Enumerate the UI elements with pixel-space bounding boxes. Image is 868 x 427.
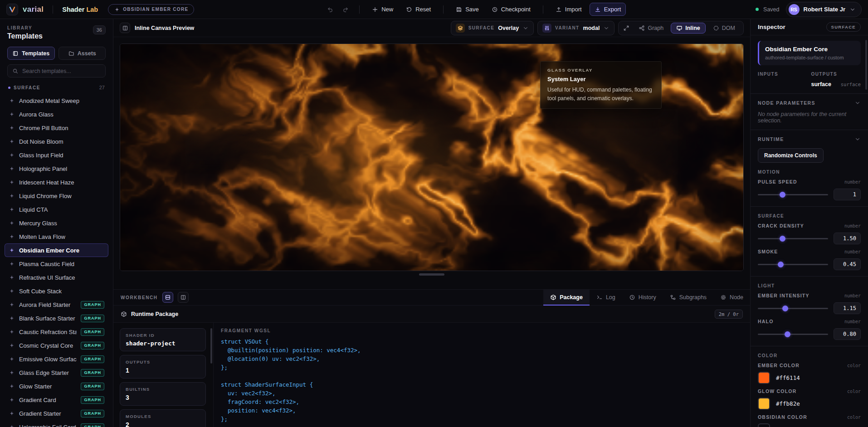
template-item[interactable]: Aurora Field StarterGRAPH	[5, 298, 108, 311]
inspector-scrollbar[interactable]	[865, 40, 867, 90]
sparkle-icon	[9, 369, 15, 376]
workbench-tab-node[interactable]: Node	[713, 290, 750, 305]
value-input[interactable]: 0.80	[834, 328, 861, 340]
slider[interactable]	[758, 261, 828, 267]
slider[interactable]	[758, 305, 828, 311]
group-name: MOTION	[758, 170, 861, 175]
template-item[interactable]: Iridescent Heat Haze	[5, 175, 108, 189]
slider-thumb[interactable]	[782, 306, 788, 311]
template-item[interactable]: Caustic Refraction Sta...GRAPH	[5, 325, 108, 339]
template-item[interactable]: Soft Cube Stack	[5, 284, 108, 298]
color-swatch[interactable]	[758, 372, 770, 384]
template-item[interactable]: Plasma Caustic Field	[5, 257, 108, 271]
value-input[interactable]: 1.15	[834, 302, 861, 314]
graph-badge: GRAPH	[81, 383, 104, 390]
runtime-section[interactable]: RUNTIME	[758, 136, 861, 142]
view-mode-graph[interactable]: Graph	[633, 23, 669, 34]
reset-button[interactable]: Reset	[401, 3, 436, 16]
stat-card: BUILTINS3	[120, 382, 206, 406]
slider[interactable]	[758, 235, 828, 242]
graph-badge: GRAPH	[81, 315, 104, 322]
template-item[interactable]: Liquid Chrome Flow	[5, 189, 108, 203]
template-item[interactable]: Glass Input Field	[5, 148, 108, 162]
template-item[interactable]: Aurora Glass	[5, 107, 108, 121]
template-item[interactable]: Cosmic Crystal CoreGRAPH	[5, 339, 108, 352]
view-mode-dom[interactable]: DOM	[707, 23, 741, 34]
save-button[interactable]: Save	[451, 3, 484, 16]
clock-icon	[629, 294, 635, 301]
library-tab-templates[interactable]: Templates	[7, 47, 55, 60]
user-menu[interactable]: RS Robert Slate Jr	[786, 2, 862, 17]
sparkle-icon	[9, 342, 15, 349]
import-icon	[556, 6, 562, 13]
drag-handle[interactable]	[419, 273, 444, 276]
glass-overlay-tooltip: GLASS OVERLAY System Layer Useful for HU…	[540, 61, 662, 109]
slider-thumb[interactable]	[785, 331, 790, 337]
variant-dropdown[interactable]: VARIANT modal	[537, 21, 614, 35]
template-item[interactable]: Gradient CardGRAPH	[5, 393, 108, 407]
export-button[interactable]: Export	[590, 3, 626, 16]
layout-split-vertical-button[interactable]	[178, 292, 189, 303]
node-parameters-section[interactable]: NODE PARAMETERS	[758, 100, 861, 106]
color-swatch[interactable]	[758, 398, 770, 410]
checkpoint-button[interactable]: Checkpoint	[487, 3, 536, 16]
slider-thumb[interactable]	[778, 262, 784, 267]
search-input[interactable]	[22, 68, 101, 74]
tooltip-kicker: GLASS OVERLAY	[547, 68, 654, 73]
layers-icon	[456, 24, 465, 33]
template-item[interactable]: Refractive UI Surface	[5, 271, 108, 284]
workbench-tab-log[interactable]: Log	[590, 290, 622, 305]
import-button[interactable]: Import	[551, 3, 587, 16]
template-item[interactable]: Glow StarterGRAPH	[5, 379, 108, 393]
slider[interactable]	[758, 191, 828, 198]
workbench-tab-package[interactable]: Package	[543, 290, 590, 305]
color-swatch[interactable]	[758, 423, 770, 427]
collapse-sidebar-button[interactable]	[120, 23, 130, 33]
value-input[interactable]: 0.45	[834, 258, 861, 270]
value-input[interactable]: 1.50	[834, 233, 861, 244]
template-item[interactable]: Gradient StarterGRAPH	[5, 407, 108, 420]
library-count-badge: 36	[93, 25, 106, 34]
slider-thumb[interactable]	[780, 192, 785, 198]
template-item[interactable]: Dot Noise Bloom	[5, 135, 108, 148]
value-input[interactable]: 1	[834, 189, 861, 200]
template-item[interactable]: Holographic Panel	[5, 162, 108, 175]
fullscreen-button[interactable]	[621, 23, 631, 33]
workbench-tab-history[interactable]: History	[622, 290, 663, 305]
layout-split-horizontal-button[interactable]	[162, 292, 173, 303]
template-list: Anodized Metal SweepAurora GlassChrome P…	[5, 94, 108, 427]
sparkle-icon	[9, 397, 15, 403]
template-item[interactable]: Mercury Glass	[5, 216, 108, 230]
template-item[interactable]: Blank Surface StarterGRAPH	[5, 311, 108, 325]
template-item[interactable]: Anodized Metal Sweep	[5, 94, 108, 107]
slider[interactable]	[758, 331, 828, 337]
section-dot-icon	[8, 87, 10, 89]
top-bar: varial Shader Lab OBSIDIAN EMBER CORE Ne…	[0, 0, 868, 19]
template-item[interactable]: Molten Lava Flow	[5, 230, 108, 243]
library-tab-assets[interactable]: Assets	[59, 47, 106, 60]
inspector-header: Inspector SURFACE	[751, 19, 868, 35]
template-item[interactable]: Emissive Glow Surface...GRAPH	[5, 352, 108, 366]
runtime-controls: MOTIONPULSE SPEEDnumber1SURFACECRACK DEN…	[758, 170, 861, 427]
template-item[interactable]: Glass Edge StarterGRAPH	[5, 366, 108, 379]
redo-button[interactable]	[339, 3, 352, 16]
panel-icon	[122, 25, 128, 31]
template-item[interactable]: Liquid CTA	[5, 203, 108, 216]
group-name: LIGHT	[758, 283, 861, 288]
view-mode-inline[interactable]: Inline	[671, 23, 706, 34]
slider-thumb[interactable]	[780, 236, 785, 242]
undo-button[interactable]	[324, 3, 336, 16]
randomize-controls-button[interactable]: Randomize Controls	[758, 148, 824, 163]
save-icon	[456, 6, 462, 13]
template-item[interactable]: Chrome Pill Button	[5, 121, 108, 135]
shader-preview-canvas[interactable]: GLASS OVERLAY System Layer Useful for HU…	[120, 44, 744, 271]
new-button[interactable]: New	[367, 3, 398, 16]
template-search[interactable]	[7, 64, 106, 78]
code-panel[interactable]: FRAGMENT WGSL struct VSOut { @builtin(po…	[213, 323, 750, 427]
surface-dropdown[interactable]: SURFACE Overlay	[451, 21, 534, 35]
chevron-down-icon	[849, 6, 856, 13]
template-item[interactable]: Holographic Foil CardGRAPH	[5, 420, 108, 427]
workbench-tab-subgraphs[interactable]: Subgraphs	[663, 290, 713, 305]
stats-scrollbar[interactable]	[210, 323, 213, 427]
template-item[interactable]: Obsidian Ember Core	[5, 243, 108, 257]
